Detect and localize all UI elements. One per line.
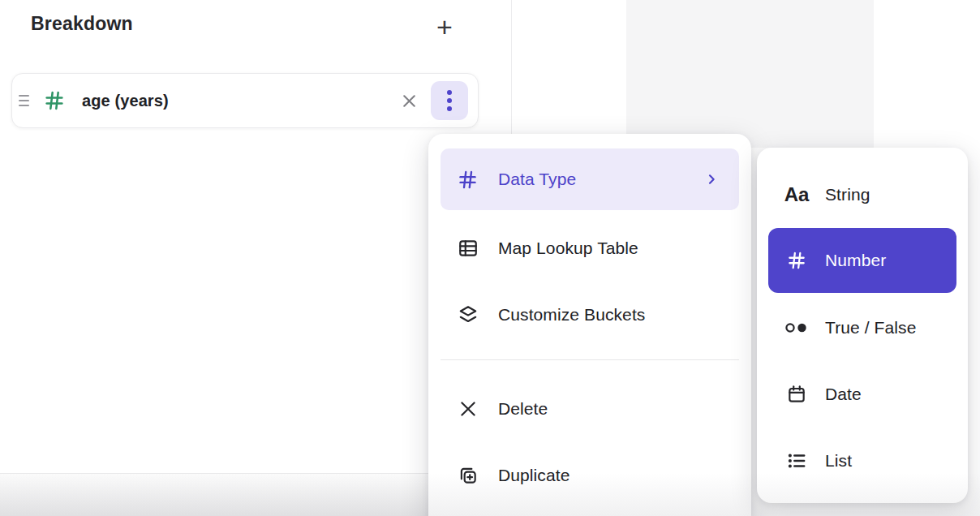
- app-canvas: Breakdown + age (years): [0, 0, 980, 516]
- hash-icon: [457, 169, 479, 191]
- menu-item-duplicate[interactable]: Duplicate: [441, 445, 739, 506]
- menu-item-delete[interactable]: Delete: [441, 378, 739, 440]
- boolean-circles-icon: [783, 318, 810, 338]
- x-icon: [457, 398, 479, 419]
- breakdown-field-chip[interactable]: age (years): [11, 73, 479, 128]
- field-options-button[interactable]: [431, 81, 468, 120]
- submenu-item-true-false[interactable]: True / False: [768, 297, 956, 359]
- background-drop-zone: [626, 0, 874, 148]
- layers-icon: [457, 304, 479, 325]
- menu-divider: [441, 359, 739, 360]
- hash-icon: [783, 250, 810, 271]
- calendar-icon: [783, 384, 810, 405]
- remove-field-button[interactable]: [395, 87, 423, 114]
- letters-icon: Aa: [783, 185, 810, 204]
- close-icon: [399, 91, 419, 111]
- kebab-menu-icon: [446, 88, 453, 114]
- duplicate-icon: [457, 465, 479, 486]
- menu-item-map-lookup-table[interactable]: Map Lookup Table: [441, 217, 739, 279]
- table-icon: [457, 238, 479, 259]
- submenu-item-list[interactable]: List: [768, 430, 956, 492]
- submenu-item-date[interactable]: Date: [768, 363, 956, 425]
- chevron-right-icon: [705, 173, 718, 186]
- field-name-label: age (years): [82, 92, 395, 110]
- data-type-submenu: Aa String Number True / False: [757, 148, 968, 503]
- field-context-menu: Data Type Map Lookup Table: [428, 134, 751, 516]
- list-icon: [783, 450, 810, 471]
- page-title: Breakdown: [31, 13, 133, 35]
- add-breakdown-button[interactable]: +: [430, 11, 459, 43]
- number-type-hash-icon: [43, 88, 66, 113]
- menu-item-data-type[interactable]: Data Type: [441, 148, 739, 210]
- drag-handle-icon[interactable]: [19, 95, 33, 106]
- submenu-item-string[interactable]: Aa String: [768, 164, 956, 226]
- submenu-item-number[interactable]: Number: [768, 228, 956, 293]
- menu-item-customize-buckets[interactable]: Customize Buckets: [441, 284, 739, 346]
